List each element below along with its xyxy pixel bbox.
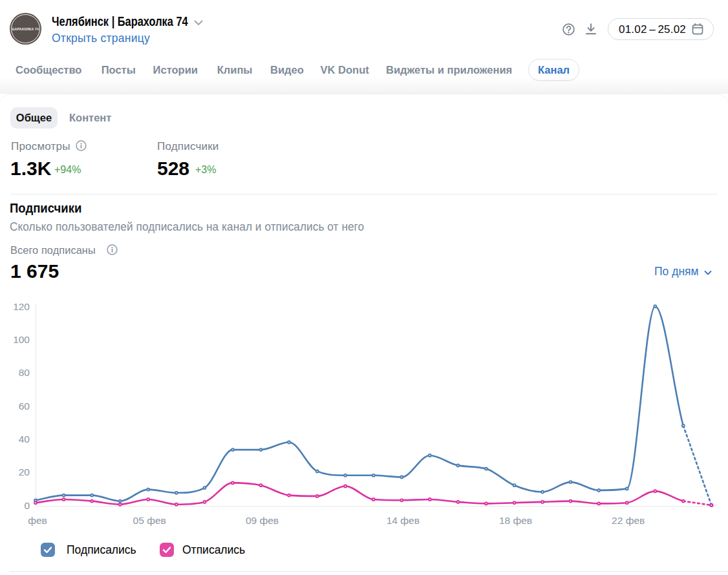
svg-text:14 фев: 14 фев	[387, 515, 420, 526]
svg-text:09 фев: 09 фев	[246, 515, 279, 526]
svg-text:0: 0	[24, 500, 30, 511]
svg-text:120: 120	[13, 301, 30, 312]
svg-text:40: 40	[19, 434, 30, 444]
svg-text:фев: фев	[28, 515, 47, 526]
svg-text:18 фев: 18 фев	[499, 515, 532, 526]
svg-text:05 фев: 05 фев	[133, 515, 166, 526]
svg-text:20: 20	[19, 466, 30, 477]
svg-text:22 фев: 22 фев	[612, 515, 645, 526]
svg-text:100: 100	[13, 334, 30, 345]
svg-text:80: 80	[19, 367, 30, 378]
svg-text:60: 60	[19, 401, 30, 412]
